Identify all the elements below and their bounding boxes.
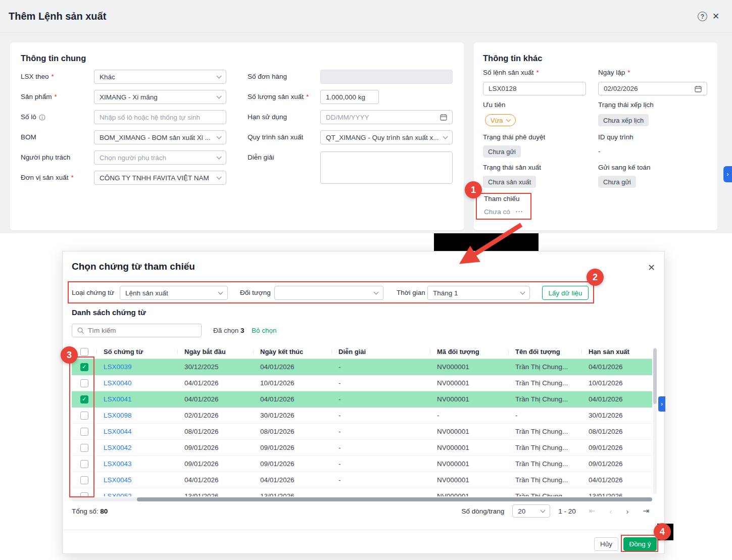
search-field[interactable] <box>72 324 202 337</box>
modal-side-tab[interactable]: › <box>658 396 665 412</box>
approval-status-badge: Chưa gửi <box>483 145 521 158</box>
vertical-scrollbar[interactable] <box>653 347 657 494</box>
cell-object-code: NV000001 <box>430 379 508 387</box>
section-title-other: Thông tin khác <box>483 54 542 63</box>
select-san-pham[interactable]: XIMANG - Xi măng <box>94 90 226 104</box>
modal-close-icon[interactable]: ✕ <box>648 262 655 273</box>
list-title: Danh sách chứng từ <box>72 308 146 317</box>
row-checkbox[interactable]: ✓ <box>80 363 88 371</box>
so-luong-san-xuat-input[interactable] <box>320 90 379 104</box>
select-quy-trinh-san-xuat[interactable]: QT_XIMANG - Quy trình sản xuất x... <box>320 130 453 144</box>
horizontal-scrollbar[interactable] <box>72 497 652 501</box>
ngay-lap-date-field[interactable]: 02/02/2026 <box>598 82 707 95</box>
cell-document-code[interactable]: LSX0043 <box>96 460 177 468</box>
section-title-general: Thông tin chung <box>21 54 86 63</box>
cancel-button[interactable]: Hủy <box>594 537 618 551</box>
calendar-icon[interactable] <box>695 85 702 92</box>
cell-description: - <box>331 476 430 484</box>
row-checkbox[interactable] <box>80 379 88 387</box>
cell-production-deadline: 08/01/2026 <box>581 428 652 435</box>
cell-end-date: 09/01/2026 <box>253 444 331 451</box>
dien-giai-textarea[interactable] <box>320 151 453 184</box>
select-bom[interactable]: BOM_XIMANG - BOM sản xuất Xi ... <box>94 130 226 144</box>
column-header: Mã đối tượng <box>430 348 508 355</box>
select-all-checkbox[interactable] <box>80 348 88 356</box>
so-don-hang-input <box>320 70 453 84</box>
cell-document-code[interactable]: LSX0045 <box>96 476 177 484</box>
row-checkbox[interactable] <box>80 460 88 468</box>
prev-page-icon[interactable]: ‹ <box>609 507 612 516</box>
table-row[interactable]: LSX004408/01/202608/01/2026-NV000001Trần… <box>72 424 652 440</box>
chevron-down-icon <box>217 134 222 139</box>
cell-document-code[interactable]: LSX0041 <box>96 395 177 403</box>
select-nguoi-phu-trach[interactable]: Chọn người phụ trách <box>94 150 226 165</box>
fetch-data-button[interactable]: Lấy dữ liệu <box>542 286 589 300</box>
process-id-value: - <box>598 145 601 158</box>
table-row[interactable]: LSX004504/01/202604/01/2026-NV000001Trần… <box>72 472 652 488</box>
cell-start-date: 02/01/2026 <box>177 412 253 419</box>
close-icon[interactable]: ✕ <box>712 11 719 22</box>
chevron-down-icon <box>217 74 222 79</box>
han-su-dung-date-field[interactable]: DD/MM/YYYY <box>320 110 453 124</box>
horizontal-scrollbar-thumb[interactable] <box>137 497 652 501</box>
table-row[interactable]: LSX004309/01/202609/01/2026-NV000001Trần… <box>72 456 652 472</box>
search-input[interactable] <box>88 327 196 334</box>
select-loai-chung-tu[interactable]: Lệnh sản xuất <box>120 286 228 300</box>
search-icon <box>77 327 84 334</box>
table-row[interactable]: LSX005213/01/202613/01/2026-NV000001Trần… <box>72 488 652 496</box>
cell-object-name: Trần Thị Chung... <box>508 379 581 387</box>
cell-document-code[interactable]: LSX0040 <box>96 379 177 387</box>
cell-document-code[interactable]: LSX0044 <box>96 428 177 435</box>
label-san-pham: Sản phẩm* <box>21 90 57 104</box>
last-page-icon[interactable]: ⇥ <box>643 506 649 516</box>
per-page-select[interactable]: 20 <box>512 504 550 518</box>
table-row[interactable]: ✓LSX003930/12/202504/01/2026-NV000001Trầ… <box>72 359 652 375</box>
row-checkbox[interactable] <box>80 492 88 497</box>
select-doi-tuong[interactable] <box>274 286 383 300</box>
confirm-button[interactable]: Đồng ý <box>623 537 657 551</box>
tham-chieu-more-button[interactable]: ⋯ <box>515 207 523 216</box>
selected-count: 3 <box>240 327 245 334</box>
table-row[interactable]: LSX009802/01/202630/01/2026---30/01/2026 <box>72 408 652 424</box>
select-thoi-gian[interactable]: Tháng 1 <box>427 286 530 300</box>
cell-object-name: Trần Thị Chung... <box>508 395 581 403</box>
schedule-status-badge: Chưa xếp lịch <box>598 114 649 126</box>
column-header: Ngày bắt đầu <box>177 348 253 355</box>
row-checkbox[interactable] <box>80 428 88 436</box>
row-checkbox[interactable] <box>80 412 88 420</box>
select-don-vi-san-xuat[interactable]: CÔNG TY TNHH FAVITA VIỆT NAM <box>94 171 226 185</box>
table-row[interactable]: LSX004004/01/202610/01/2026-NV000001Trần… <box>72 375 652 391</box>
first-page-icon[interactable]: ⇤ <box>589 506 596 516</box>
calendar-icon[interactable] <box>440 114 447 121</box>
help-icon[interactable]: ? <box>698 12 707 21</box>
label-lsx-theo: LSX theo* <box>21 70 54 84</box>
annotation-step-3: 3 <box>61 346 78 364</box>
chevron-down-icon <box>443 134 448 139</box>
required-asterisk: * <box>52 70 54 84</box>
cell-document-code[interactable]: LSX0042 <box>96 444 177 451</box>
cell-document-code[interactable]: LSX0039 <box>96 363 177 371</box>
priority-dropdown[interactable]: Vừa <box>485 114 516 126</box>
table-body: ✓LSX003930/12/202504/01/2026-NV000001Trầ… <box>72 359 652 496</box>
so-lo-input[interactable] <box>94 110 226 124</box>
table-row[interactable]: LSX004209/01/202609/01/2026-NV000001Trần… <box>72 440 652 456</box>
label-so-don-hang: Số đơn hàng <box>248 70 287 84</box>
label-quy-trinh-san-xuat: Quy trình sản xuất <box>248 130 303 144</box>
select-lsx-theo[interactable]: Khác <box>94 70 226 84</box>
per-page-label: Số dòng/trang <box>461 507 504 515</box>
row-checkbox[interactable] <box>80 476 88 484</box>
vertical-scrollbar-thumb[interactable] <box>653 348 657 404</box>
cell-end-date: 30/01/2026 <box>253 412 331 419</box>
required-asterisk: * <box>536 68 539 78</box>
clear-selection-link[interactable]: Bỏ chọn <box>252 324 277 337</box>
table-row[interactable]: ✓LSX004104/01/202604/01/2026-NV000001Trầ… <box>72 391 652 408</box>
next-page-icon[interactable]: › <box>626 507 628 516</box>
cell-document-code[interactable]: LSX0052 <box>96 492 177 496</box>
expand-panel-tab[interactable]: › <box>723 166 732 182</box>
row-checkbox[interactable] <box>80 444 88 452</box>
cell-description: - <box>331 379 430 387</box>
label-nguoi-phu-trach: Người phụ trách <box>21 150 70 165</box>
row-checkbox[interactable]: ✓ <box>80 395 88 403</box>
cell-document-code[interactable]: LSX0098 <box>96 412 177 419</box>
so-lenh-san-xuat-input[interactable] <box>483 82 586 95</box>
